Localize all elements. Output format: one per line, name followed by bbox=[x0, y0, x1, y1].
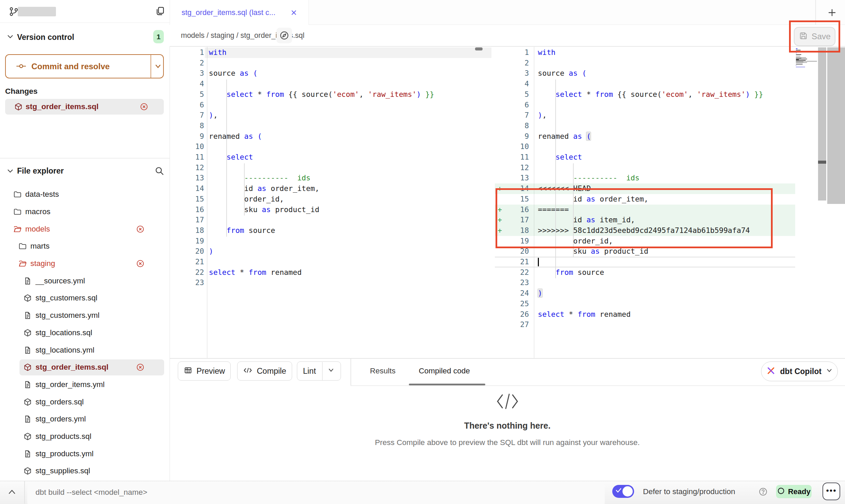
commit-and-resolve-button[interactable]: Commit and resolve bbox=[5, 54, 164, 78]
code-line-6[interactable]: 6 bbox=[171, 100, 494, 110]
code-line-12[interactable]: 12 bbox=[495, 163, 795, 173]
lint-button[interactable]: Lint bbox=[297, 361, 341, 381]
copy-icon[interactable] bbox=[155, 6, 166, 18]
explorer-item-stg_locations.yml[interactable]: stg_locations.yml bbox=[0, 341, 170, 359]
code-line-4[interactable]: 4 bbox=[171, 79, 494, 89]
code-line-8[interactable]: 8 bbox=[495, 121, 795, 131]
code-line-7[interactable]: 7), bbox=[495, 110, 795, 121]
code-text: select bbox=[538, 152, 582, 163]
code-line-16[interactable]: 16 sku as product_id bbox=[171, 205, 494, 215]
code-line-3[interactable]: 3source as ( bbox=[171, 68, 494, 79]
code-line-1[interactable]: 1with bbox=[495, 47, 795, 58]
line-number: 24 bbox=[495, 288, 529, 299]
code-line-12[interactable]: 12 bbox=[171, 163, 494, 173]
explorer-item-stg_orders.sql[interactable]: stg_orders.sql bbox=[0, 393, 170, 411]
compile-button[interactable]: Compile bbox=[237, 361, 292, 381]
file-explorer-list: data-testsmacrosmodelsmartsstaging__sour… bbox=[0, 186, 170, 480]
code-line-21[interactable]: 21 bbox=[171, 257, 494, 267]
code-line-15[interactable]: 15 order_id, bbox=[171, 194, 494, 205]
explorer-item-staging[interactable]: staging bbox=[0, 255, 170, 272]
defer-toggle[interactable] bbox=[612, 485, 634, 498]
code-line-9[interactable]: 9renamed as ( bbox=[495, 131, 795, 142]
status-badge-ready[interactable]: Ready bbox=[776, 485, 812, 498]
code-line-2[interactable]: 2 bbox=[495, 58, 795, 69]
code-line-6[interactable]: 6 bbox=[495, 100, 795, 110]
explorer-item-__sources.yml[interactable]: __sources.yml bbox=[0, 272, 170, 290]
code-line-21[interactable]: 21 bbox=[495, 257, 795, 267]
annotation-box-conflict bbox=[496, 188, 773, 248]
code-line-10[interactable]: 10 bbox=[495, 142, 795, 152]
chevron-up-icon[interactable] bbox=[8, 489, 16, 497]
new-tab-plus-icon[interactable] bbox=[827, 8, 837, 19]
code-line-23[interactable]: 23 bbox=[495, 278, 795, 288]
line-number: 12 bbox=[171, 163, 204, 173]
version-control-collapse-icon[interactable] bbox=[6, 34, 14, 41]
tab-results[interactable]: Results bbox=[370, 361, 396, 381]
more-options-button[interactable]: ••• bbox=[822, 483, 840, 500]
commit-dropdown-chevron-icon[interactable] bbox=[154, 64, 162, 71]
window-scrollbar-track[interactable] bbox=[827, 47, 845, 204]
code-line-10[interactable]: 10 bbox=[171, 142, 494, 152]
explorer-item-stg_orders.yml[interactable]: stg_orders.yml bbox=[0, 411, 170, 428]
circled-x-icon[interactable] bbox=[136, 225, 145, 236]
changed-file-item[interactable]: stg_order_items.sql bbox=[5, 99, 164, 115]
code-line-1[interactable]: 1with bbox=[171, 47, 494, 58]
code-line-14[interactable]: 14 id as order_item, bbox=[171, 183, 494, 194]
editor-scrollbar-thumb[interactable] bbox=[818, 161, 826, 164]
code-line-26[interactable]: 26select * from renamed bbox=[495, 309, 795, 320]
code-line-11[interactable]: 11 select bbox=[495, 152, 795, 163]
code-line-18[interactable]: 18 from source bbox=[171, 225, 494, 236]
code-line-17[interactable]: 17 bbox=[171, 215, 494, 225]
explorer-item-models[interactable]: models bbox=[0, 220, 170, 238]
explorer-item-stg_products.sql[interactable]: stg_products.sql bbox=[0, 428, 170, 445]
tab-stg-order-items[interactable]: stg_order_items.sql (last c... bbox=[170, 0, 309, 25]
explorer-item-macros[interactable]: macros bbox=[0, 203, 170, 221]
code-line-2[interactable]: 2 bbox=[171, 58, 494, 69]
code-line-19[interactable]: 19 bbox=[171, 236, 494, 247]
file-explorer-collapse-icon[interactable] bbox=[6, 168, 14, 176]
search-icon[interactable] bbox=[154, 166, 164, 177]
tab-compiled-code[interactable]: Compiled code bbox=[419, 361, 470, 381]
explorer-item-stg_supplies.sql[interactable]: stg_supplies.sql bbox=[0, 462, 170, 480]
explorer-item-stg_locations.sql[interactable]: stg_locations.sql bbox=[0, 324, 170, 342]
code-line-27[interactable]: 27 bbox=[495, 320, 795, 330]
code-line-7[interactable]: 7), bbox=[171, 110, 494, 121]
explorer-item-stg_customers.sql[interactable]: stg_customers.sql bbox=[0, 290, 170, 307]
close-icon[interactable] bbox=[290, 9, 298, 18]
code-line-20[interactable]: 20) bbox=[171, 246, 494, 257]
code-line-24[interactable]: 24) bbox=[495, 288, 795, 299]
dbt-command-input[interactable]: dbt build --select <model_name> bbox=[27, 483, 605, 504]
editor-pane-last-commit[interactable]: 1with23source as (45 select * from {{ so… bbox=[171, 46, 494, 358]
explorer-item-marts[interactable]: marts bbox=[0, 238, 170, 255]
explorer-item-data-tests[interactable]: data-tests bbox=[0, 186, 170, 203]
code-line-22[interactable]: 22 from source bbox=[495, 267, 795, 278]
code-line-5[interactable]: 5 select * from {{ source('ecom', 'raw_i… bbox=[495, 89, 795, 100]
preview-button[interactable]: Preview bbox=[178, 361, 231, 381]
code-line-4[interactable]: 4 bbox=[495, 79, 795, 89]
code-line-25[interactable]: 25 bbox=[495, 299, 795, 309]
lint-dropdown-chevron-icon[interactable] bbox=[323, 368, 335, 374]
circled-x-icon[interactable] bbox=[136, 259, 145, 270]
explorer-item-stg_order_items.sql[interactable]: stg_order_items.sql bbox=[0, 359, 170, 376]
explorer-item-stg_customers.yml[interactable]: stg_customers.yml bbox=[0, 307, 170, 324]
help-icon[interactable] bbox=[758, 487, 768, 498]
code-line-9[interactable]: 9renamed as ( bbox=[171, 131, 494, 142]
editor-scrollbar-track[interactable] bbox=[818, 47, 826, 201]
explorer-item-stg_products.yml[interactable]: stg_products.yml bbox=[0, 445, 170, 462]
discard-change-icon[interactable] bbox=[140, 102, 148, 113]
code-line-8[interactable]: 8 bbox=[171, 121, 494, 131]
circled-x-icon[interactable] bbox=[136, 363, 145, 374]
code-line-3[interactable]: 3source as ( bbox=[495, 68, 795, 79]
line-number: 15 bbox=[171, 194, 204, 205]
code-line-22[interactable]: 22select * from renamed bbox=[171, 267, 494, 278]
code-line-11[interactable]: 11 select bbox=[171, 152, 494, 163]
dbt-copilot-button[interactable]: dbt Copilot bbox=[761, 361, 838, 381]
code-line-5[interactable]: 5 select * from {{ source('ecom', 'raw_i… bbox=[171, 89, 494, 100]
code-line-13[interactable]: 13 ---------- ids bbox=[495, 173, 795, 183]
minimap-line bbox=[796, 64, 803, 64]
left-pane-scrollbar-thumb[interactable] bbox=[475, 47, 483, 50]
code-line-13[interactable]: 13 ---------- ids bbox=[171, 173, 494, 183]
code-line-23[interactable]: 23 bbox=[171, 278, 494, 288]
explorer-item-stg_order_items.yml[interactable]: stg_order_items.yml bbox=[0, 376, 170, 394]
lineage-compass-icon[interactable] bbox=[276, 28, 292, 43]
